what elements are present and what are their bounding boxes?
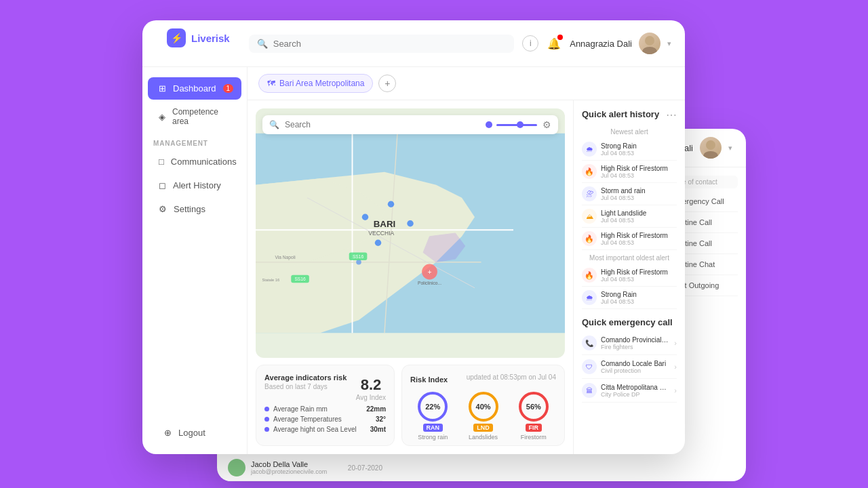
alert-info-3: Light Landslide Jul 04 08:53 — [601, 209, 677, 224]
svg-point-16 — [407, 220, 414, 227]
sidebar-item-competence[interactable]: ◈ Competence area — [148, 101, 241, 132]
alert-name-6: Strong Rain — [601, 291, 677, 298]
sidebar-item-communications[interactable]: □ Communications — [148, 150, 241, 173]
stat-indicators: Average Rain mm 22mm Average Temperature… — [264, 405, 386, 433]
map-section: 🔍 ⚙ — [248, 100, 573, 454]
svg-text:Policlinico...: Policlinico... — [418, 281, 441, 285]
contact-name-2: Jacob Della Valle — [251, 460, 342, 468]
alert-icon-fire-1: 🔥 — [582, 164, 597, 179]
alert-name-3: Light Landslide — [601, 209, 677, 217]
tab-bar: 🗺 Bari Area Metropolitana + — [248, 67, 685, 100]
map-search-icon: 🔍 — [269, 120, 279, 129]
add-tab-button[interactable]: + — [378, 75, 396, 92]
alert-more-button[interactable]: ⋯ — [666, 108, 677, 121]
svg-point-17 — [375, 240, 382, 247]
info-icon[interactable]: i — [522, 35, 538, 52]
indicator-label-0: Average Rain mm — [273, 405, 328, 413]
topbar-right: i 🔔 Annagrazia Dali ▾ — [522, 33, 671, 54]
map-settings-icon[interactable]: ⚙ — [542, 119, 551, 130]
indicator-row-2: Average hight on Sea Level 30mt — [264, 426, 386, 433]
map-slider[interactable] — [486, 121, 537, 128]
chevron-right-1: › — [674, 363, 677, 371]
alert-item-5: 🔥 High Risk of Firestorm Jul 04 08:53 — [582, 264, 677, 287]
emergency-item-1[interactable]: 🛡 Comando Locale Bari Civil protection › — [582, 355, 677, 379]
alert-item-6: 🌧 Strong Rain Jul 04 08:53 — [582, 287, 677, 309]
alert-history-icon: ◻ — [159, 180, 166, 190]
sidebar-item-alert-history[interactable]: ◻ Alert History — [148, 174, 241, 197]
svg-text:SS16: SS16 — [294, 277, 306, 281]
alert-icon-rain-0: 🌧 — [582, 142, 597, 157]
indicator-dot-1 — [264, 417, 269, 422]
map-svg: BARI VECCHIA Vi — [256, 108, 565, 358]
emergency-sub-2: City Police DP — [601, 391, 670, 398]
topbar-search[interactable]: 🔍 — [249, 35, 515, 53]
alert-time-2: Jul 04 08:53 — [601, 195, 677, 201]
logo-area: ⚡ Liverisk — [156, 28, 241, 58]
alert-time-0: Jul 04 08:53 — [601, 150, 677, 157]
sidebar-item-label-communications: Communications — [171, 157, 237, 167]
sidebar-item-settings[interactable]: ⚙ Settings — [148, 198, 241, 220]
tab-label-bari: Bari Area Metropolitana — [279, 79, 364, 88]
emergency-title: Quick emergency call — [582, 317, 677, 327]
quick-alert-title: Quick alert history — [582, 109, 659, 119]
search-icon: 🔍 — [257, 39, 268, 49]
main-card: ⚡ Liverisk 🔍 i 🔔 Annagrazia Dali — [142, 20, 685, 454]
sidebar-item-dashboard[interactable]: ⊞ Dashboard 1 — [148, 77, 241, 100]
gauge-item-0: 22% RAN Strong rain — [418, 392, 448, 441]
alert-name-2: Storm and rain — [601, 187, 677, 195]
dashboard-icon: ⊞ — [159, 83, 166, 94]
alert-info-4: High Risk of Firestorm Jul 04 08:53 — [601, 232, 677, 246]
topbar: ⚡ Liverisk 🔍 i 🔔 Annagrazia Dali — [142, 20, 685, 67]
indicator-val-0: 22mm — [366, 405, 386, 413]
management-section-label: MANAGEMENT — [142, 133, 247, 150]
gauge-rain: 22% — [418, 392, 448, 422]
user-chevron[interactable]: ▾ — [667, 39, 671, 48]
indicator-label-1: Average Temperatures — [273, 415, 342, 423]
slider-thumb — [517, 121, 524, 128]
avg-index-label: Avg Index — [356, 394, 386, 401]
indicator-row-0: Average Rain mm 22mm — [264, 405, 386, 413]
risk-title: Risk Index — [410, 375, 448, 384]
map-search-input[interactable] — [285, 120, 480, 129]
svg-point-3 — [642, 47, 657, 54]
avg-title: Average indicators risk — [264, 373, 347, 382]
sidebar-item-label-settings: Settings — [174, 204, 205, 214]
svg-point-1 — [703, 151, 718, 159]
gauge-item-1: 40% LND Landslides — [469, 392, 498, 441]
emergency-sub-1: Civil protection — [601, 367, 670, 374]
alert-info-5: High Risk of Firestorm Jul 04 08:53 — [601, 268, 677, 283]
logo-text: Liverisk — [191, 33, 230, 44]
alert-info-0: Strong Rain Jul 04 08:53 — [601, 142, 677, 157]
search-input[interactable] — [273, 39, 507, 49]
notif-icon[interactable]: 🔔 — [545, 35, 563, 52]
competence-icon: ◈ — [159, 112, 165, 122]
emergency-icon-2: 🏛 — [582, 383, 597, 398]
avg-value: 8.2 — [361, 376, 382, 394]
indicator-val-2: 30mt — [370, 426, 386, 433]
svg-point-0 — [706, 140, 715, 150]
main-content: 🗺 Bari Area Metropolitana + 🔍 — [248, 67, 685, 454]
alert-icon-rain-6: 🌧 — [582, 290, 597, 305]
slider-track[interactable] — [496, 124, 537, 126]
alert-icon-fire-4: 🔥 — [582, 231, 597, 246]
alert-icon-fire-5: 🔥 — [582, 268, 597, 283]
risk-sub: updated at 08:53pm on Jul 04 — [467, 373, 556, 381]
user-avatar — [639, 33, 660, 54]
alert-info-6: Strong Rain Jul 04 08:53 — [601, 291, 677, 305]
indicator-row-1: Average Temperatures 32° — [264, 415, 386, 423]
dashboard-badge: 1 — [223, 84, 234, 93]
tab-bari[interactable]: 🗺 Bari Area Metropolitana — [258, 74, 373, 93]
sidebar-item-label-logout: Logout — [178, 428, 205, 438]
notif-dot — [557, 35, 563, 40]
gauge-label-rain: RAN — [423, 424, 443, 432]
gauge-row: 22% RAN Strong rain 40% — [410, 392, 556, 441]
svg-point-14 — [362, 214, 369, 221]
emergency-item-2[interactable]: 🏛 Citta Metropolitana Bari City Police D… — [582, 379, 677, 403]
map-container[interactable]: 🔍 ⚙ — [256, 108, 565, 358]
sidebar-item-logout[interactable]: ⊕ Logout — [153, 422, 236, 444]
map-search-bar: 🔍 ⚙ — [262, 115, 558, 134]
emergency-item-0[interactable]: 📞 Comando Provinciale Bari Fire fighters… — [582, 331, 677, 355]
content-body: 🔍 ⚙ — [248, 100, 685, 454]
contact-item[interactable]: Jacob Della Valle jacob@protezionecivile… — [228, 455, 382, 481]
alert-icon-storm-2: ⛈ — [582, 186, 597, 201]
